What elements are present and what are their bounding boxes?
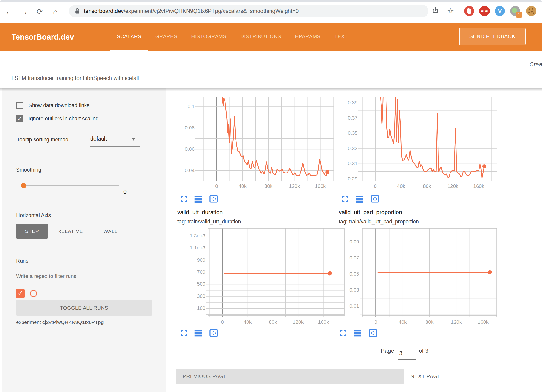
chartD-ytick: 0.09: [338, 239, 359, 245]
chartB-ytick: 0.29: [336, 176, 357, 182]
chartB-xtick: 40k: [390, 183, 412, 189]
chartC-title: valid_utt_duration: [177, 209, 223, 216]
chartB-toolbar: [342, 195, 380, 203]
fullscreen-icon[interactable]: [340, 329, 347, 337]
chartA-xtick: 0: [206, 183, 227, 189]
chartC-ytick: 900: [184, 257, 205, 263]
chartC-ytick: 1.3e+3: [184, 233, 205, 239]
chartD-title: valid_utt_pad_proportion: [339, 209, 402, 216]
chartB-xtick: 80k: [416, 183, 438, 189]
chartC-xtick: 40k: [237, 319, 258, 325]
chartD-ytick: 0.03: [338, 287, 359, 293]
chartA-xtick: 40k: [232, 183, 253, 189]
chartB-plot[interactable]: [360, 97, 497, 182]
chartC-plot[interactable]: [208, 228, 345, 319]
chartD-ytick: 0.01: [338, 303, 359, 309]
chartD-plot[interactable]: [362, 228, 497, 319]
chartA-xtick: 160k: [310, 183, 331, 189]
fullscreen-icon[interactable]: [180, 329, 188, 337]
chartB-xtick: 120k: [442, 183, 464, 189]
chartA-xtick: 80k: [258, 183, 279, 189]
fit-domain-icon[interactable]: [368, 329, 378, 337]
chartB-ytick: 0.35: [336, 130, 357, 136]
chartD-ytick: 0.07: [338, 255, 359, 261]
chartA-ytick: 0.1: [173, 104, 195, 109]
chartA-ytick: 0.04: [173, 167, 195, 173]
fit-domain-icon[interactable]: [209, 329, 219, 337]
runs-selector-icon[interactable]: [355, 195, 364, 203]
chartA-ytick: 0.08: [173, 125, 195, 131]
chartA-ytick: 0.06: [173, 146, 195, 152]
chartA-xtick: 120k: [284, 183, 305, 189]
fit-domain-icon[interactable]: [370, 195, 380, 203]
chartB-ytick: 0.31: [336, 161, 357, 166]
chartD-xtick: 40k: [392, 319, 414, 325]
chartD-xtick: 0: [365, 319, 387, 325]
chartC-xtick: 0: [212, 319, 233, 325]
chartC-tag: tag: train/valid_utt_duration: [177, 219, 241, 225]
chartA-plot[interactable]: [197, 97, 334, 182]
subheader: Crea LSTM transducer training for LibriS…: [0, 51, 542, 88]
chartC-ytick: 1.1e+3: [184, 245, 205, 251]
fit-domain-icon[interactable]: [209, 195, 219, 203]
chartA-series-line: [222, 93, 328, 176]
runs-selector-icon[interactable]: [194, 195, 202, 203]
chartB-ytick: 0.37: [336, 115, 357, 121]
fullscreen-icon[interactable]: [180, 195, 188, 203]
chartC-toolbar: [180, 329, 219, 337]
chartC-ytick: 100: [184, 305, 205, 311]
chartB-xtick: 160k: [468, 183, 490, 189]
chartD-toolbar: [340, 329, 378, 337]
experiment-title: LSTM transducer training for LibriSpeech…: [12, 75, 139, 81]
chartB-ytick: 0.39: [336, 100, 357, 105]
chartC-ytick: 700: [184, 269, 205, 275]
header-shadow: [0, 88, 542, 91]
chartA-toolbar: [180, 195, 219, 203]
clipped-right-text: Crea: [530, 61, 542, 68]
runs-selector-icon[interactable]: [353, 329, 362, 337]
chartD-xtick: 160k: [472, 319, 494, 325]
chartC-xtick: 120k: [287, 319, 309, 325]
fullscreen-icon[interactable]: [342, 195, 349, 203]
chartB-xtick: 0: [364, 183, 386, 189]
chartC-ytick: 300: [184, 293, 205, 299]
chartC-xtick: 80k: [262, 319, 284, 325]
chartD-ytick: 0.05: [338, 271, 359, 277]
chartC-xtick: 160k: [313, 319, 334, 325]
chartB-ytick: 0.33: [336, 145, 357, 151]
chartD-tag: tag: train/valid_utt_pad_proportion: [339, 219, 419, 225]
chartD-xtick: 120k: [445, 319, 467, 325]
chartC-ytick: 500: [184, 281, 205, 287]
chartD-xtick: 80k: [419, 319, 440, 325]
runs-selector-icon[interactable]: [194, 329, 202, 337]
